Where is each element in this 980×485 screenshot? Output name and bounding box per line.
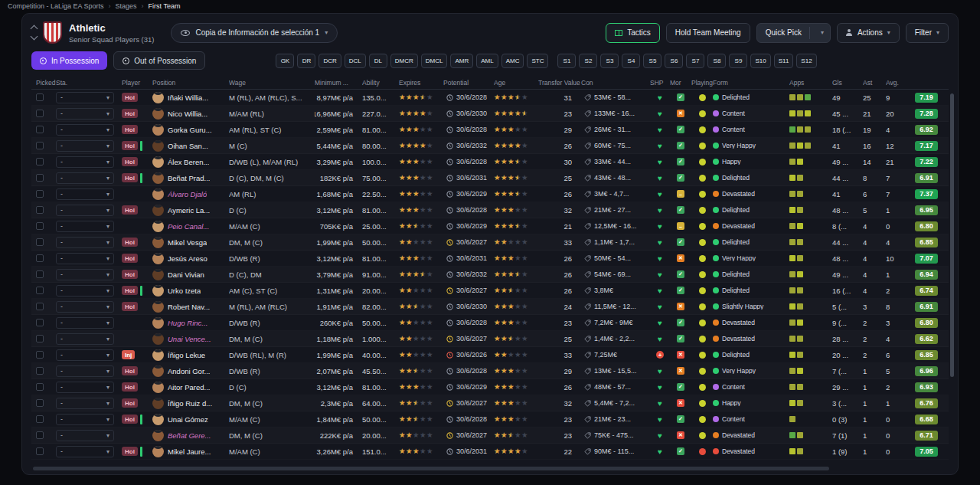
- slot-chip-s4[interactable]: S4: [622, 54, 640, 68]
- quick-pick-button[interactable]: Quick Pick ▾: [756, 23, 831, 43]
- picked-dropdown[interactable]: -▾: [56, 269, 114, 280]
- slot-chip-s9[interactable]: S9: [729, 54, 747, 68]
- table-row[interactable]: -▾Peio Canal...M/AM (C)705K€ p/a25.00...…: [31, 218, 949, 234]
- picked-dropdown[interactable]: -▾: [56, 382, 114, 393]
- player-cell[interactable]: Hugo Rinc...: [152, 317, 229, 329]
- row-checkbox[interactable]: [36, 238, 44, 246]
- column-header-transfer-value[interactable]: Transfer Value: [538, 79, 581, 87]
- column-header-ability[interactable]: Ability: [362, 79, 399, 87]
- picked-dropdown[interactable]: -▾: [56, 172, 114, 184]
- row-checkbox[interactable]: [36, 142, 44, 149]
- table-row[interactable]: -▾HolÍñigo Ruiz d...DM, M (C)2,3M€ p/a64…: [31, 395, 949, 411]
- player-cell[interactable]: Mikel Jaure...: [152, 446, 229, 457]
- column-header-apps[interactable]: Apps: [789, 79, 832, 87]
- player-cell[interactable]: Mikel Vesga: [152, 237, 229, 248]
- picked-dropdown[interactable]: -▾: [56, 446, 114, 457]
- row-checkbox[interactable]: [36, 383, 44, 391]
- table-row[interactable]: -▾HolIñaki Willia...M (RL), AM (RLC), S.…: [31, 90, 949, 106]
- picked-dropdown[interactable]: -▾: [56, 92, 114, 103]
- breadcrumb-item[interactable]: Competition - LaLiga EA Sports: [8, 2, 104, 10]
- row-checkbox[interactable]: [36, 415, 44, 423]
- row-checkbox[interactable]: [36, 174, 44, 182]
- row-checkbox[interactable]: [36, 93, 44, 101]
- player-cell[interactable]: Nico Willia...: [152, 108, 229, 120]
- breadcrumb-item[interactable]: Stages: [116, 2, 137, 10]
- position-chip-dcr[interactable]: DCR: [318, 54, 341, 68]
- chevron-down-icon[interactable]: [31, 33, 38, 41]
- row-checkbox[interactable]: [36, 431, 44, 439]
- player-cell[interactable]: Íñigo Ruiz d...: [152, 398, 229, 409]
- table-row[interactable]: -▾HolRobert Nav...M (RL), AM (RLC)1,91M€…: [31, 299, 949, 315]
- picked-dropdown[interactable]: -▾: [56, 430, 114, 441]
- column-header-age[interactable]: Age: [494, 79, 538, 87]
- column-header-ast[interactable]: Ast: [863, 79, 886, 87]
- position-chip-amc[interactable]: AMC: [501, 54, 524, 68]
- table-row[interactable]: -▾InjÍñigo LekueD/WB (RL), M (R)1,99M€ p…: [31, 347, 949, 363]
- hold-team-meeting-button[interactable]: Hold Team Meeting: [666, 23, 750, 43]
- player-cell[interactable]: Peio Canal...: [152, 221, 229, 232]
- player-cell[interactable]: Urko Izeta: [152, 285, 229, 297]
- column-header-potential[interactable]: Potential: [443, 79, 494, 87]
- table-row[interactable]: -▾HolMikel Jaure...M/AM (C)3,26M€ p/a151…: [31, 444, 949, 460]
- table-row[interactable]: -▾Hugo Rinc...D/WB (R)260K€ p/a50.00...★…: [31, 315, 949, 331]
- table-row[interactable]: -▾HolAymeric La...D (C)3,12M€ p/a81.00..…: [31, 202, 949, 218]
- table-row[interactable]: -▾HolÁlex Beren...D/WB (L), M/AM (RL)3,2…: [31, 154, 949, 170]
- picked-dropdown[interactable]: -▾: [56, 221, 114, 232]
- picked-dropdown[interactable]: -▾: [56, 237, 114, 248]
- picked-dropdown[interactable]: -▾: [56, 253, 114, 264]
- table-row[interactable]: -▾HolOihan San...M (C)5,44M€ p/a80.00...…: [31, 138, 949, 154]
- column-header-gls[interactable]: Gls: [832, 79, 863, 87]
- column-header-picked[interactable]: Picked: [36, 79, 56, 87]
- position-chip-dmcr[interactable]: DMCR: [390, 54, 418, 68]
- table-row[interactable]: -▾HolBeñat Prad...D (C), DM, M (C)182K€ …: [31, 170, 949, 186]
- row-checkbox[interactable]: [36, 254, 44, 262]
- column-header-avg[interactable]: Avg.: [886, 79, 910, 87]
- row-checkbox[interactable]: [36, 303, 44, 310]
- slot-chip-s12[interactable]: S12: [796, 54, 816, 68]
- vertical-scrollbar[interactable]: [950, 93, 954, 477]
- player-cell[interactable]: Aymeric La...: [152, 205, 229, 216]
- tactics-button[interactable]: Tactics: [606, 23, 660, 43]
- picked-dropdown[interactable]: -▾: [56, 398, 114, 409]
- row-checkbox[interactable]: [36, 399, 44, 407]
- column-header-player[interactable]: Player: [122, 79, 152, 87]
- table-row[interactable]: -▾Álvaro DjalóAM (RL)1,68M€ p/a22.50...★…: [31, 186, 949, 202]
- column-header-minimum[interactable]: Minimum ...: [315, 79, 362, 87]
- position-chip-gk[interactable]: GK: [276, 54, 294, 68]
- slot-chip-s10[interactable]: S10: [750, 54, 770, 68]
- picked-dropdown[interactable]: -▾: [56, 124, 114, 136]
- filter-button[interactable]: Filter ▾: [906, 23, 949, 43]
- position-chip-dmcl[interactable]: DMCL: [421, 54, 448, 68]
- position-chip-dcl[interactable]: DCL: [345, 54, 366, 68]
- picked-dropdown[interactable]: -▾: [56, 285, 114, 297]
- row-checkbox[interactable]: [36, 222, 44, 230]
- horizontal-scrollbar-thumb[interactable]: [33, 467, 829, 470]
- player-cell[interactable]: Gorka Guru...: [152, 124, 229, 136]
- table-row[interactable]: -▾Unai Vence...DM, M (C)1,18M€ p/a1.000.…: [31, 331, 949, 347]
- table-row[interactable]: -▾HolUrko IzetaAM (C), ST (C)1,31M€ p/a2…: [31, 283, 949, 299]
- player-cell[interactable]: Álvaro Djaló: [152, 188, 229, 200]
- picked-dropdown[interactable]: -▾: [56, 108, 114, 120]
- in-possession-toggle[interactable]: In Possession: [31, 51, 107, 70]
- picked-dropdown[interactable]: -▾: [56, 205, 114, 216]
- view-selector-dropdown[interactable]: Copia de Información de selección 1 ▾: [171, 23, 338, 43]
- out-of-possession-toggle[interactable]: Out of Possession: [113, 51, 205, 70]
- slot-chip-s6[interactable]: S6: [665, 54, 683, 68]
- table-row[interactable]: -▾HolDani VivianD (C), DM3,79M€ p/a91.00…: [31, 267, 949, 283]
- slot-chip-s3[interactable]: S3: [600, 54, 619, 68]
- row-checkbox[interactable]: [36, 367, 44, 375]
- table-row[interactable]: -▾HolJesús AresoD/WB (R)3,12M€ p/a81.00.…: [31, 251, 949, 267]
- table-row[interactable]: -▾Beñat Gere...DM, M (C)222K€ p/a20.00..…: [31, 428, 949, 444]
- column-header-mor[interactable]: Mor: [670, 79, 691, 87]
- breadcrumb-item[interactable]: First Team: [149, 2, 181, 10]
- table-row[interactable]: -▾HolUnai GómezM/AM (C)1,84M€ p/a50.00..…: [31, 411, 949, 428]
- horizontal-scrollbar[interactable]: [33, 467, 898, 470]
- picked-dropdown[interactable]: -▾: [56, 140, 114, 152]
- picked-dropdown[interactable]: -▾: [56, 349, 114, 361]
- picked-dropdown[interactable]: -▾: [56, 333, 114, 345]
- slot-chip-s1[interactable]: S1: [557, 54, 576, 68]
- column-header-shp[interactable]: SHP: [650, 79, 670, 87]
- column-header-wage[interactable]: Wage: [229, 79, 315, 87]
- slot-chip-s2[interactable]: S2: [579, 54, 597, 68]
- slot-chip-s8[interactable]: S8: [707, 54, 726, 68]
